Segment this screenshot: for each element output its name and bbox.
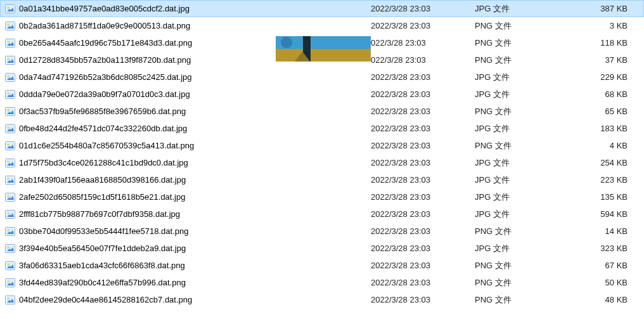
file-type: PNG 文件 bbox=[475, 294, 576, 306]
svg-point-5 bbox=[8, 23, 10, 25]
file-date: 2022/3/28 23:03 bbox=[371, 226, 475, 236]
file-row[interactable]: 0a01a341bbe49757ae0ad83e005cdcf2.dat.jpg… bbox=[0, 0, 644, 17]
svg-point-14 bbox=[8, 75, 10, 77]
file-name: 0d12728d8345bb57a2b0a113f9f8720b.dat.png bbox=[19, 55, 371, 65]
image-file-icon bbox=[5, 192, 15, 202]
file-name: 0a01a341bbe49757ae0ad83e005cdcf2.dat.jpg bbox=[19, 4, 371, 13]
file-name: 3f394e40b5ea56450e07f7fe1ddeb2a9.dat.jpg bbox=[19, 244, 371, 253]
file-name: 04bf2dee29de0c44ae86145288162cb7.dat.png bbox=[19, 295, 371, 304]
svg-point-41 bbox=[8, 229, 10, 231]
file-row[interactable]: 0f3ac537fb9a5fe96885f8e3967659b6.dat.png… bbox=[0, 103, 644, 120]
file-row[interactable]: 3fd44ed839af290b0c412e6ffa57b996.dat.png… bbox=[0, 274, 644, 291]
file-date: 022/3/28 23:03 bbox=[371, 55, 475, 65]
file-size: 223 KB bbox=[576, 175, 640, 185]
file-size: 387 KB bbox=[576, 4, 640, 13]
file-size: 67 KB bbox=[576, 261, 640, 270]
file-size: 594 KB bbox=[576, 209, 640, 219]
file-row[interactable]: 04bf2dee29de0c44ae86145288162cb7.dat.png… bbox=[0, 291, 644, 308]
svg-point-8 bbox=[8, 41, 10, 42]
svg-point-29 bbox=[8, 160, 10, 162]
file-row[interactable]: 2fff81cb775b98877b697c0f7dbf9358.dat.jpg… bbox=[0, 205, 644, 223]
file-type: JPG 文件 bbox=[475, 174, 576, 186]
image-file-icon bbox=[5, 89, 15, 100]
file-size: 50 KB bbox=[576, 278, 640, 287]
file-type: PNG 文件 bbox=[475, 37, 576, 49]
svg-point-53 bbox=[8, 297, 10, 299]
file-name: 03bbe704d0f99533e5b5444f1fee5718.dat.png bbox=[19, 226, 371, 236]
image-file-icon bbox=[5, 21, 15, 31]
file-row[interactable]: 3fa06d63315aeb1cda43cfc66f6863f8.dat.png… bbox=[0, 257, 644, 274]
file-row[interactable]: 0fbe48d244d2fe4571dc074c332260db.dat.jpg… bbox=[0, 120, 644, 137]
file-type: PNG 文件 bbox=[475, 277, 576, 289]
file-date: 2022/3/28 23:03 bbox=[371, 244, 475, 253]
svg-point-38 bbox=[8, 212, 10, 214]
file-row[interactable]: 3f394e40b5ea56450e07f7fe1ddeb2a9.dat.jpg… bbox=[0, 240, 644, 257]
file-type: JPG 文件 bbox=[475, 192, 576, 203]
file-date: 2022/3/28 23:03 bbox=[371, 21, 475, 30]
file-type: JPG 文件 bbox=[475, 3, 576, 15]
image-file-icon bbox=[5, 55, 15, 65]
file-row[interactable]: 0ddda79e0e072da39a0b9f7a0701d0c3.dat.jpg… bbox=[0, 86, 644, 103]
file-row[interactable]: 2ab1f439f0af156eaa8168850d398166.dat.jpg… bbox=[0, 171, 644, 188]
file-row[interactable]: 0b2ada361ad8715ff1da0e9c9e000513.dat.png… bbox=[0, 17, 644, 34]
svg-point-17 bbox=[8, 92, 10, 94]
image-file-icon bbox=[5, 38, 15, 48]
file-row[interactable]: 1d75f75bd3c4ce0261288c41c1bd9dc0.dat.jpg… bbox=[0, 154, 644, 171]
file-row[interactable]: 0d12728d8345bb57a2b0a113f9f8720b.dat.png… bbox=[0, 51, 644, 68]
file-size: 68 KB bbox=[576, 89, 640, 99]
file-row[interactable]: 03bbe704d0f99533e5b5444f1fee5718.dat.png… bbox=[0, 223, 644, 240]
file-date: 2022/3/28 23:03 bbox=[371, 209, 475, 219]
file-date: 2022/3/28 23:03 bbox=[371, 158, 475, 167]
file-name: 0da74ad7471926b52a3b6dc8085c2425.dat.jpg bbox=[19, 72, 371, 82]
image-file-icon bbox=[5, 209, 15, 219]
file-name: 1d75f75bd3c4ce0261288c41c1bd9dc0.dat.jpg bbox=[19, 158, 371, 167]
file-size: 65 KB bbox=[576, 107, 640, 116]
file-date: 2022/3/28 23:03 bbox=[371, 124, 475, 133]
file-row[interactable]: 0be265a445aafc19d96c75b171e843d3.dat.png… bbox=[0, 34, 644, 51]
image-file-icon bbox=[5, 107, 15, 117]
file-size: 229 KB bbox=[576, 72, 640, 82]
svg-point-32 bbox=[8, 178, 10, 179]
file-date: 022/3/28 23:03 bbox=[371, 38, 475, 48]
file-date: 2022/3/28 23:03 bbox=[371, 278, 475, 287]
file-type: PNG 文件 bbox=[475, 140, 576, 152]
file-type: JPG 文件 bbox=[475, 157, 576, 169]
file-date: 2022/3/28 23:03 bbox=[371, 4, 475, 13]
file-type: JPG 文件 bbox=[475, 72, 576, 83]
file-name: 2afe2502d65085f159c1d5f1618b5e21.dat.jpg bbox=[19, 192, 371, 202]
image-file-icon bbox=[5, 124, 15, 134]
file-size: 254 KB bbox=[576, 158, 640, 167]
file-row[interactable]: 01d1c6e2554b480a7c85670539c5a413.dat.png… bbox=[0, 137, 644, 154]
file-size: 48 KB bbox=[576, 295, 640, 304]
file-row[interactable]: 0da74ad7471926b52a3b6dc8085c2425.dat.jpg… bbox=[0, 68, 644, 86]
file-name: 01d1c6e2554b480a7c85670539c5a413.dat.png bbox=[19, 141, 371, 150]
file-date: 2022/3/28 23:03 bbox=[371, 89, 475, 99]
file-size: 3 KB bbox=[576, 21, 640, 30]
file-name: 0be265a445aafc19d96c75b171e843d3.dat.png bbox=[19, 38, 371, 48]
svg-point-47 bbox=[8, 263, 10, 265]
file-row[interactable]: 2afe2502d65085f159c1d5f1618b5e21.dat.jpg… bbox=[0, 188, 644, 205]
image-file-icon bbox=[5, 278, 15, 288]
file-type: PNG 文件 bbox=[475, 20, 576, 32]
image-file-icon bbox=[5, 295, 15, 305]
image-file-icon bbox=[5, 72, 15, 82]
file-size: 4 KB bbox=[576, 141, 640, 150]
svg-point-20 bbox=[8, 109, 10, 111]
file-date: 2022/3/28 23:03 bbox=[371, 295, 475, 304]
file-type: JPG 文件 bbox=[475, 89, 576, 100]
file-name: 2ab1f439f0af156eaa8168850d398166.dat.jpg bbox=[19, 175, 371, 185]
file-size: 37 KB bbox=[576, 55, 640, 65]
file-date: 2022/3/28 23:03 bbox=[371, 175, 475, 185]
file-name: 0b2ada361ad8715ff1da0e9c9e000513.dat.png bbox=[19, 21, 371, 30]
file-type: PNG 文件 bbox=[475, 106, 576, 117]
file-type: PNG 文件 bbox=[475, 260, 576, 271]
file-type: JPG 文件 bbox=[475, 123, 576, 134]
file-list[interactable]: 0a01a341bbe49757ae0ad83e005cdcf2.dat.jpg… bbox=[0, 0, 644, 319]
image-file-icon bbox=[5, 158, 15, 168]
image-file-icon bbox=[5, 4, 15, 14]
svg-point-50 bbox=[8, 280, 10, 282]
file-size: 118 KB bbox=[576, 38, 640, 48]
file-name: 3fd44ed839af290b0c412e6ffa57b996.dat.png bbox=[19, 278, 371, 287]
file-type: PNG 文件 bbox=[475, 226, 576, 237]
file-date: 2022/3/28 23:03 bbox=[371, 261, 475, 270]
